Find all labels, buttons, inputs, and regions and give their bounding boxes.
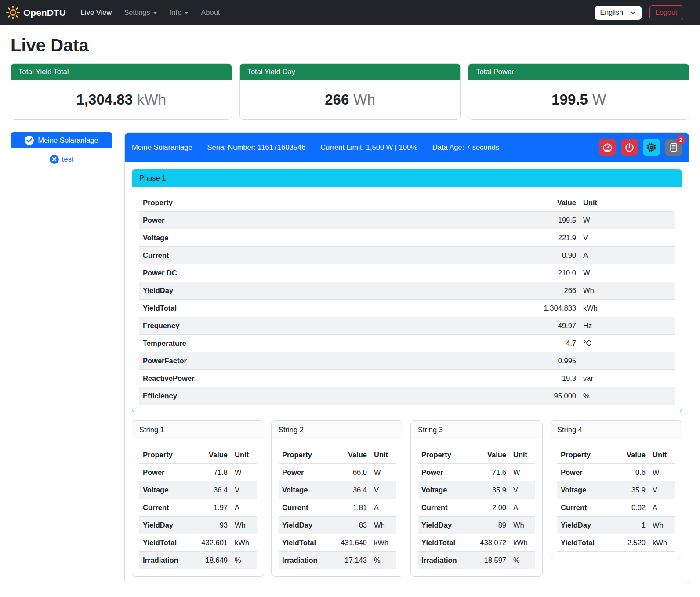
- nav-item-info[interactable]: Info: [165, 5, 193, 20]
- column-header-unit: Unit: [580, 194, 675, 212]
- nav-item-settings[interactable]: Settings: [120, 5, 162, 20]
- string-card: String 3 Property Value Unit Power71.6WV…: [410, 420, 543, 577]
- limit-settings-button[interactable]: [599, 139, 616, 156]
- property-cell: YieldTotal: [139, 534, 191, 552]
- inverter-limit: Current Limit: 1,500 W | 100%: [320, 143, 417, 152]
- nav-item-label: About: [201, 8, 220, 17]
- column-header-value: Value: [330, 446, 370, 464]
- phase-table-body: Power199.5WVoltage221.9VCurrent0.90APowe…: [139, 212, 675, 405]
- table-header-row: Property Value Unit: [557, 446, 675, 464]
- table-row: YieldTotal438.072kWh: [418, 534, 535, 552]
- table-row: YieldTotal1,304.833kWh: [139, 300, 675, 317]
- unit-cell: °C: [580, 335, 675, 352]
- property-cell: Current: [557, 499, 609, 517]
- table-row: YieldTotal432.601kWh: [139, 534, 257, 552]
- logout-button[interactable]: Logout: [649, 5, 683, 20]
- unit-cell: Wh: [649, 517, 675, 534]
- column-header-unit: Unit: [231, 446, 257, 464]
- nav-item-live-view[interactable]: Live View: [76, 5, 116, 20]
- nav-item-about[interactable]: About: [196, 5, 224, 20]
- value-cell: 0.995: [514, 352, 580, 370]
- stat-unit: W: [592, 91, 606, 108]
- property-cell: YieldTotal: [418, 534, 469, 552]
- unit-cell: V: [370, 481, 396, 499]
- string-table-body: Power71.8WVoltage36.4VCurrent1.97AYieldD…: [139, 464, 257, 569]
- value-cell: 1.97: [191, 499, 231, 517]
- unit-cell: kWh: [231, 534, 257, 552]
- column-header-unit: Unit: [370, 446, 396, 464]
- language-select-value: English: [600, 9, 623, 17]
- event-log-button[interactable]: 2: [665, 139, 682, 156]
- string-card: String 1 Property Value Unit Power71.8WV…: [132, 420, 264, 577]
- navbar: OpenDTU Live View Settings Info About En…: [0, 0, 700, 25]
- language-select[interactable]: English: [595, 6, 642, 20]
- value-cell: 0.90: [514, 247, 580, 264]
- table-row: Voltage35.9V: [418, 481, 535, 499]
- unit-cell: V: [231, 481, 257, 499]
- power-icon: [624, 142, 635, 152]
- inverter-name: Meine Solaranlage: [132, 143, 192, 152]
- unit-cell: Wh: [231, 517, 257, 534]
- inverter-header-texts: Meine Solaranlage Serial Number: 1161716…: [132, 143, 499, 152]
- property-cell: Power: [279, 464, 330, 481]
- column-header-property: Property: [279, 446, 330, 464]
- property-cell: YieldDay: [557, 517, 609, 534]
- device-info-button[interactable]: [643, 139, 660, 156]
- string-table-body: Power0.6WVoltage35.9VCurrent0.02AYieldDa…: [557, 464, 675, 552]
- stat-card-body: 199.5W: [468, 80, 689, 119]
- brand[interactable]: OpenDTU: [6, 6, 66, 19]
- stat-card-body: 1,304.83kWh: [11, 80, 232, 119]
- strings-row: String 1 Property Value Unit Power71.8WV…: [132, 420, 682, 577]
- column-header-value: Value: [469, 446, 510, 464]
- column-header-value: Value: [609, 446, 649, 464]
- value-cell: 35.9: [609, 481, 649, 499]
- table-header-row: Property Value Unit: [418, 446, 535, 464]
- inverter-card-header: Meine Solaranlage Serial Number: 1161716…: [125, 133, 689, 162]
- stat-card-total-yield-day: Total Yield Day 266Wh: [239, 63, 461, 120]
- value-cell: 1: [609, 517, 649, 534]
- column-header-property: Property: [139, 446, 191, 464]
- value-cell: 1.81: [330, 499, 370, 517]
- property-cell: Current: [279, 499, 330, 517]
- value-cell: 49.97: [514, 317, 580, 335]
- unit-cell: W: [231, 464, 257, 481]
- property-cell: Power: [139, 212, 514, 229]
- string-table: Property Value Unit Power71.6WVoltage35.…: [418, 446, 535, 569]
- string-card-title: String 1: [132, 421, 264, 439]
- unit-cell: W: [580, 264, 675, 282]
- table-row: Current2.00A: [418, 499, 535, 517]
- value-cell: 210.0: [514, 264, 580, 282]
- table-row: ReactivePower19.3var: [139, 370, 675, 387]
- table-row: Voltage35.9V: [557, 481, 675, 499]
- stat-card-total-power: Total Power 199.5W: [468, 63, 689, 120]
- unit-cell: W: [510, 464, 535, 481]
- table-row: Voltage36.4V: [279, 481, 396, 499]
- column-header-unit: Unit: [510, 446, 535, 464]
- stat-card-title: Total Yield Day: [240, 64, 461, 80]
- unit-cell: %: [580, 387, 675, 405]
- inverter-select-button[interactable]: Meine Solaranlage: [11, 132, 112, 148]
- property-cell: YieldDay: [279, 517, 330, 534]
- phase-table: Property Value Unit Power199.5WVoltage22…: [139, 194, 675, 405]
- string-card-title: String 2: [272, 421, 403, 439]
- unit-cell: Hz: [580, 317, 675, 335]
- unit-cell: Wh: [580, 282, 675, 300]
- value-cell: 199.5: [514, 212, 580, 229]
- table-row: YieldDay1Wh: [557, 517, 675, 534]
- table-row: Temperature4.7°C: [139, 335, 675, 352]
- page-title: Live Data: [11, 36, 689, 55]
- table-row: Power DC210.0W: [139, 264, 675, 282]
- property-cell: YieldTotal: [139, 300, 514, 317]
- column-header-unit: Unit: [649, 446, 675, 464]
- table-row: Frequency49.97Hz: [139, 317, 675, 335]
- property-cell: Current: [418, 499, 469, 517]
- power-toggle-button[interactable]: [621, 139, 638, 156]
- event-count-badge: 2: [676, 135, 685, 145]
- nav-item-label: Info: [170, 8, 182, 17]
- unit-cell: A: [370, 499, 396, 517]
- inverter-test-link[interactable]: test: [11, 155, 112, 164]
- table-row: Voltage36.4V: [139, 481, 257, 499]
- table-row: Irradiation18.597%: [418, 552, 535, 569]
- table-row: YieldDay83Wh: [279, 517, 396, 534]
- inverter-sidebar: Meine Solaranlage test: [11, 132, 112, 164]
